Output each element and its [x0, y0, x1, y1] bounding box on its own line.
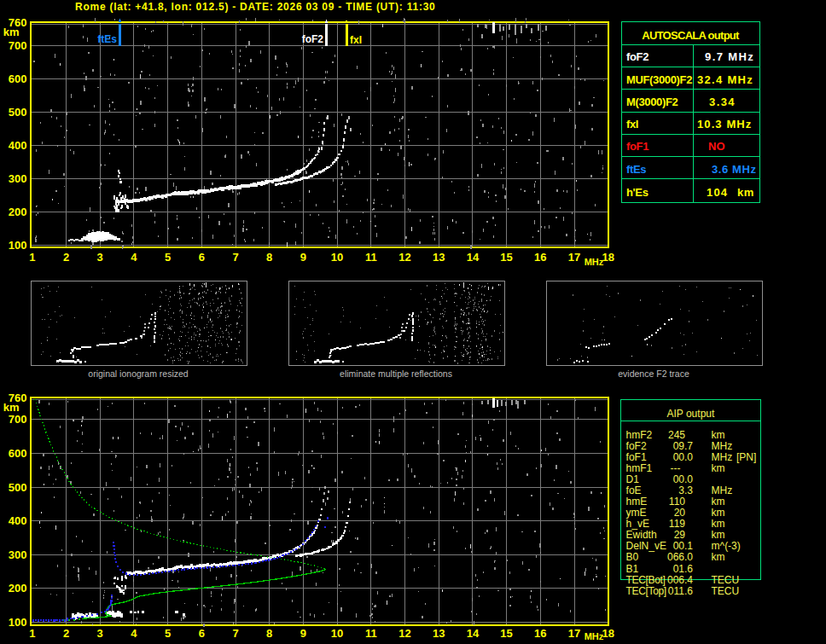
svg-text:hmF2: hmF2 [626, 429, 653, 441]
svg-text:9: 9 [300, 627, 306, 640]
svg-text:8: 8 [266, 627, 272, 640]
svg-text:MHz: MHz [712, 451, 733, 463]
svg-text:km: km [712, 429, 725, 441]
svg-text:3: 3 [97, 627, 103, 640]
svg-text:km: km [712, 507, 725, 519]
svg-text:foF1: foF1 [626, 140, 649, 153]
svg-text:9: 9 [300, 251, 306, 264]
svg-text:evidence F2 trace: evidence F2 trace [618, 368, 689, 379]
svg-text:h_vE: h_vE [626, 518, 649, 530]
svg-text:300: 300 [9, 548, 27, 561]
svg-text:14: 14 [467, 251, 480, 264]
svg-text:foE: foE [626, 484, 642, 496]
svg-text:13: 13 [433, 251, 445, 264]
svg-text:00.0: 00.0 [673, 451, 694, 463]
svg-text:fxI: fxI [350, 34, 362, 46]
svg-text:10: 10 [331, 251, 343, 264]
svg-text:foF2: foF2 [626, 440, 647, 452]
svg-text:m^(-3): m^(-3) [712, 540, 741, 552]
svg-text:5: 5 [165, 627, 171, 640]
svg-text:29: 29 [674, 529, 686, 541]
svg-text:011.6: 011.6 [668, 585, 693, 597]
svg-text:18: 18 [602, 627, 614, 640]
svg-text:DelN_vE: DelN_vE [626, 540, 666, 552]
svg-text:original ionogram resized: original ionogram resized [88, 368, 188, 379]
svg-text:TEC[Bot]: TEC[Bot] [626, 574, 666, 586]
svg-text:ymE: ymE [626, 507, 647, 519]
svg-text:15: 15 [500, 627, 512, 640]
svg-text:500: 500 [9, 106, 27, 119]
svg-text:200: 200 [9, 206, 27, 218]
svg-text:00.0: 00.0 [673, 473, 694, 485]
svg-text:B0: B0 [626, 551, 639, 563]
svg-text:11: 11 [365, 251, 377, 264]
svg-text:17: 17 [568, 251, 580, 264]
svg-text:TECU: TECU [712, 574, 740, 586]
svg-text:fxI: fxI [626, 118, 638, 131]
svg-text:hmE: hmE [626, 496, 648, 508]
svg-text:10: 10 [331, 627, 343, 640]
svg-text:200: 200 [9, 582, 27, 595]
svg-text:km: km [3, 26, 20, 38]
svg-text:20: 20 [674, 507, 686, 519]
svg-text:700: 700 [9, 39, 27, 52]
svg-text:---: --- [671, 462, 681, 474]
svg-text:3.6 MHz: 3.6 MHz [712, 163, 757, 176]
svg-text:6: 6 [199, 627, 205, 640]
svg-text:8: 8 [266, 251, 272, 264]
svg-text:[PN]: [PN] [736, 451, 756, 463]
svg-text:h'Es: h'Es [626, 186, 649, 199]
svg-text:B1: B1 [626, 563, 639, 575]
svg-text:2: 2 [63, 627, 69, 640]
svg-text:100: 100 [9, 616, 27, 629]
svg-text:1: 1 [29, 251, 35, 264]
svg-text:1: 1 [29, 627, 35, 640]
svg-text:400: 400 [9, 514, 27, 527]
svg-text:Ewidth: Ewidth [626, 529, 657, 541]
svg-text:D1: D1 [626, 473, 640, 485]
svg-text:17: 17 [568, 627, 580, 640]
svg-text:MHz: MHz [585, 631, 604, 641]
svg-text:110: 110 [669, 496, 685, 508]
svg-text:11: 11 [365, 627, 377, 640]
svg-text:15: 15 [500, 251, 512, 264]
svg-text:12: 12 [398, 251, 410, 264]
svg-text:119: 119 [669, 518, 685, 530]
svg-text:4: 4 [131, 627, 137, 640]
svg-text:km: km [712, 518, 725, 530]
svg-text:ftEs: ftEs [626, 163, 646, 176]
svg-text:16: 16 [534, 627, 546, 640]
svg-text:700: 700 [9, 413, 27, 426]
svg-text:600: 600 [9, 447, 27, 460]
svg-text:300: 300 [9, 172, 27, 185]
svg-text:18: 18 [602, 251, 614, 264]
svg-text:AIP output: AIP output [666, 408, 714, 420]
svg-text:hmF1: hmF1 [626, 462, 653, 474]
svg-text:MHz: MHz [585, 257, 604, 267]
svg-text:4: 4 [131, 251, 137, 264]
svg-text:km: km [712, 496, 725, 508]
svg-text:100: 100 [9, 239, 27, 252]
svg-text:MHz: MHz [712, 440, 733, 452]
svg-text:km: km [737, 186, 754, 199]
svg-text:12: 12 [398, 627, 410, 640]
svg-text:NO: NO [708, 140, 725, 153]
svg-text:245: 245 [668, 429, 685, 441]
svg-text:ftEs: ftEs [97, 33, 117, 45]
svg-text:400: 400 [9, 139, 27, 152]
svg-text:MHz: MHz [712, 484, 733, 496]
svg-text:16: 16 [534, 251, 546, 264]
svg-text:32.4 MHz: 32.4 MHz [697, 73, 753, 86]
svg-text:TECU: TECU [712, 585, 740, 597]
svg-text:7: 7 [232, 627, 238, 640]
svg-text:TEC[Top]: TEC[Top] [626, 585, 666, 597]
svg-text:Rome (lat: +41.8, lon: 012.5): Rome (lat: +41.8, lon: 012.5) - DATE: 20… [75, 1, 435, 13]
svg-text:3.3: 3.3 [678, 484, 693, 496]
svg-text:500: 500 [9, 481, 27, 494]
svg-text:13: 13 [433, 627, 445, 640]
svg-text:104: 104 [707, 186, 728, 199]
svg-text:600: 600 [9, 73, 27, 85]
svg-text:km: km [712, 529, 725, 541]
svg-text:AUTOSCALA output: AUTOSCALA output [642, 29, 740, 42]
svg-text:01.6: 01.6 [673, 563, 694, 575]
